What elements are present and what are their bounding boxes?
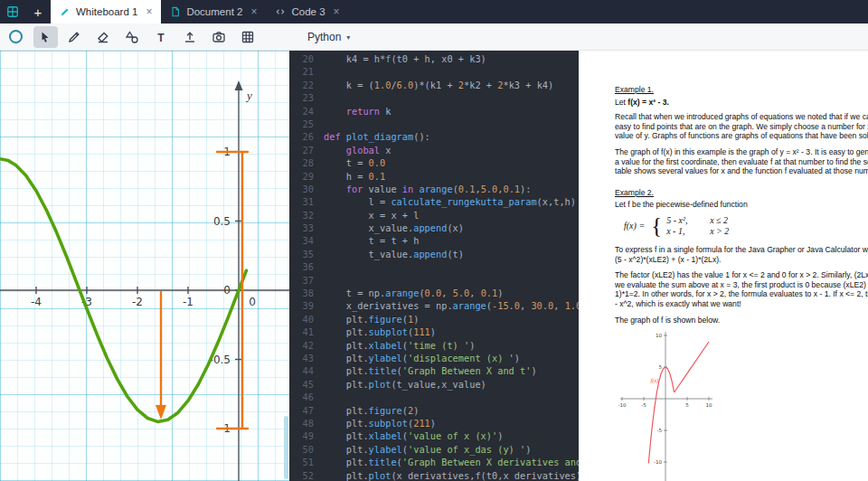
down-arrow-icon [156,405,166,420]
svg-text:0: 0 [249,296,256,308]
svg-text:-10: -10 [618,402,627,408]
document-icon [170,6,181,17]
svg-text:f(x): f(x) [650,377,658,384]
eraser-tool-button[interactable] [91,26,116,48]
line-number-gutter: 2021222324252627282930313233343536373839… [289,51,320,481]
svg-text:0: 0 [223,284,231,297]
tool-list: T [31,26,262,48]
paragraph-1: Recall that when we introduced graphs of… [615,112,868,141]
chevron-down-icon: ▾ [346,33,350,42]
svg-text:-5: -5 [641,402,646,408]
code-text[interactable]: k4 = h*f(t0 + h, x0 + k3) k = (1.0/6.0)*… [320,51,579,481]
select-tool-button[interactable] [33,26,58,48]
svg-text:5: 5 [685,402,689,408]
paragraph-3: To express f in a single formula for the… [615,245,868,264]
piecewise-formula: f(x) = { 5 - x²,x ≤ 2 x - 1,x > 2 [624,214,868,237]
table-icon [241,30,255,44]
example-2-heading: Example 2. [615,188,868,198]
close-icon[interactable]: × [146,5,152,18]
table-tool-button[interactable] [236,26,260,48]
tab-whiteboard-1[interactable]: Whiteboard 1× [51,0,161,24]
tab-code-3[interactable]: Code 3× [266,0,348,24]
example-1-heading: Example 1. [615,85,868,95]
tab-list: Whiteboard 1×Document 2×Code 3× [51,0,349,24]
language-label: Python [307,31,341,43]
example-2-lead: Let f be the piecewise-defined function [615,200,868,210]
svg-text:-4: -4 [31,296,42,308]
grid-icon [6,5,19,18]
y-axis-label: y [245,89,252,102]
paragraph-2: The graph of f(x) in this example is the… [615,147,868,176]
svg-text:10: 10 [656,333,662,338]
svg-text:5: 5 [659,364,663,370]
text-tool-button[interactable]: T [149,26,174,48]
svg-text:10: 10 [706,402,712,408]
piecewise-function-graph: -10-5510105-5-10f(x) [618,328,720,481]
content-area: y -4-3-2-1010.50-0.5-1 20212223242526272… [0,51,868,481]
pen-tool-button[interactable] [62,26,87,48]
shapes-tool-button[interactable] [120,26,145,48]
code-editor[interactable]: 2021222324252627282930313233343536373839… [289,51,579,481]
whiteboard-canvas[interactable]: y -4-3-2-1010.50-0.5-1 [0,51,289,481]
whiteboard-scrollbar[interactable] [284,416,288,479]
pencil-icon [60,6,71,17]
eraser-icon [96,30,110,44]
paragraph-4: The factor (xLE2) has the value 1 for x … [615,270,868,308]
camera-tool-button[interactable] [207,26,231,48]
tab-bar: + Whiteboard 1×Document 2×Code 3× [0,0,868,24]
apps-grid-button[interactable] [0,0,25,24]
svg-text:0.5: 0.5 [213,215,231,228]
brace-glyph: { [651,214,662,237]
example-1-definition: Let f(x) = x² - 3. [615,98,868,108]
svg-text:-5: -5 [657,428,663,433]
pen-color-indicator-icon[interactable] [9,30,23,43]
svg-text:-1: -1 [183,296,193,308]
toolbar: T Python ▾ [0,24,868,51]
language-selector[interactable]: Python ▾ [307,24,350,51]
document-panel[interactable]: Example 1. Let f(x) = x² - 3. Recall tha… [579,51,868,481]
code-icon [275,6,286,17]
svg-text:T: T [157,31,165,43]
close-icon[interactable]: × [250,5,257,18]
svg-text:-10: -10 [654,459,662,465]
tab-document-2[interactable]: Document 2× [161,0,266,24]
upload-icon [183,30,197,44]
close-icon[interactable]: × [334,5,340,18]
camera-icon [212,30,226,44]
plot-axes: y [0,80,289,481]
svg-text:-2: -2 [132,296,143,308]
app-window: + Whiteboard 1×Document 2×Code 3× T Pyth… [0,0,868,481]
pen-icon [67,30,81,44]
text-icon: T [154,30,168,44]
graph-caption: The graph of f is shown below. [615,316,868,325]
select-icon [38,30,52,44]
upload-tool-button[interactable] [178,26,203,48]
shapes-icon [125,30,139,44]
new-tab-button[interactable]: + [25,0,51,24]
